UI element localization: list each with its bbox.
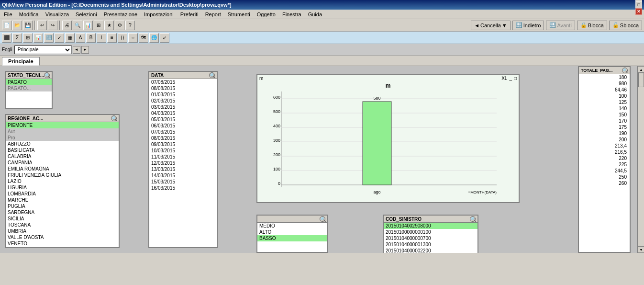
menu-modifica[interactable]: Modifica bbox=[16, 11, 42, 18]
data-item-0[interactable]: 07/08/2015 bbox=[149, 79, 217, 85]
tb2-11[interactable]: ≡ bbox=[107, 33, 117, 43]
data-item-13[interactable]: 12/03/2015 bbox=[149, 160, 217, 166]
totale-item-10[interactable]: 200 bbox=[579, 137, 630, 143]
regione-friuli[interactable]: FRIULI VENEZIA GIULIA bbox=[6, 172, 119, 178]
totale-pag-header[interactable]: TOTALE_PAG... 🔍 bbox=[579, 67, 630, 74]
data-item-10[interactable]: 09/03/2015 bbox=[149, 141, 217, 148]
regione-abruzzo[interactable]: ABRUZZO bbox=[6, 141, 119, 147]
new-button[interactable]: 📄 bbox=[2, 21, 11, 30]
cod-item-2[interactable]: 20150104000000700 bbox=[384, 235, 477, 241]
tb2-5[interactable]: 🔢 bbox=[44, 33, 54, 43]
open-button[interactable]: 📂 bbox=[12, 21, 22, 30]
stato-item-pagato[interactable]: PAGATO bbox=[6, 79, 52, 85]
rischio-alto[interactable]: ALTO bbox=[257, 229, 327, 235]
regione-marche[interactable]: MARCHE bbox=[6, 197, 119, 203]
data-item-17[interactable]: 16/03/2015 bbox=[149, 185, 217, 191]
search-button[interactable]: 🔍 bbox=[73, 21, 82, 30]
menu-strumenti[interactable]: Strumenti bbox=[225, 11, 253, 18]
maximize-button[interactable]: □ bbox=[635, 1, 642, 8]
menu-report[interactable]: Report bbox=[202, 11, 224, 18]
data-item-1[interactable]: 08/08/2015 bbox=[149, 85, 217, 91]
data-item-8[interactable]: 07/03/2015 bbox=[149, 129, 217, 135]
regione-pro[interactable]: Pro bbox=[6, 135, 119, 141]
print-button[interactable]: 🖨 bbox=[62, 21, 72, 30]
rischio-basso[interactable]: BASSO bbox=[257, 235, 327, 241]
chart-maximize-btn[interactable]: □ bbox=[514, 76, 517, 81]
menu-presentazione[interactable]: Presentazione bbox=[101, 11, 140, 18]
sheet-next[interactable]: ► bbox=[81, 46, 89, 54]
menu-impostazioni[interactable]: Impostazioni bbox=[141, 11, 177, 18]
data-item-9[interactable]: 08/03/2015 bbox=[149, 135, 217, 141]
redo-button[interactable]: ↪ bbox=[48, 21, 57, 30]
stato-tecni-header[interactable]: STATO_TECNI... 🔍 bbox=[6, 72, 52, 79]
cancella-button[interactable]: ◄ Cancella ▼ bbox=[471, 21, 511, 30]
tb2-2[interactable]: Σ bbox=[12, 33, 22, 43]
sblocca-button[interactable]: 🔓 Sblocca bbox=[609, 21, 642, 30]
sheet-dropdown[interactable]: Principale bbox=[14, 46, 72, 54]
data-item-15[interactable]: 14/03/2015 bbox=[149, 172, 217, 179]
totale-item-14[interactable]: 225 bbox=[579, 161, 630, 168]
data-item-12[interactable]: 11/03/2015 bbox=[149, 154, 217, 160]
regione-toscana[interactable]: TOSCANA bbox=[6, 222, 119, 228]
menu-selezioni[interactable]: Selezioni bbox=[73, 11, 100, 18]
tb2-7[interactable]: ▦ bbox=[65, 33, 75, 43]
tb2-1[interactable]: ⬛ bbox=[2, 33, 11, 43]
totale-item-8[interactable]: 175 bbox=[579, 124, 630, 130]
table-button[interactable]: ⊞ bbox=[94, 21, 103, 30]
star-button[interactable]: ★ bbox=[104, 21, 114, 30]
tb2-zoom[interactable]: 🗺 bbox=[139, 33, 148, 43]
regione-campania[interactable]: CAMPANIA bbox=[6, 160, 119, 166]
cod-sinistro-header[interactable]: COD_SINISTRO 🔍 bbox=[384, 216, 477, 223]
rischio-header[interactable]: 🔍 bbox=[257, 216, 327, 223]
data-header[interactable]: DATA 🔍 bbox=[149, 72, 217, 79]
stato-item-pagato2[interactable]: PAGATO... bbox=[6, 85, 52, 91]
regione-sardegna[interactable]: SARDEGNA bbox=[6, 209, 119, 216]
scrollbar-thumb[interactable] bbox=[638, 73, 644, 87]
menu-preferiti[interactable]: Preferiti bbox=[178, 11, 201, 18]
regione-basilicata[interactable]: BASILICATA bbox=[6, 147, 119, 153]
regione-lazio[interactable]: LAZIO bbox=[6, 178, 119, 184]
totale-item-9[interactable]: 190 bbox=[579, 130, 630, 137]
totale-item-1[interactable]: 980 bbox=[579, 80, 630, 87]
data-search-icon[interactable]: 🔍 bbox=[209, 72, 215, 78]
regione-umbria[interactable]: UMBRIA bbox=[6, 228, 119, 234]
cod-item-1[interactable]: 20150100000000100 bbox=[384, 229, 477, 235]
rischio-medio[interactable]: MEDIO bbox=[257, 223, 327, 229]
menu-visualizza[interactable]: Visualizza bbox=[43, 11, 72, 18]
cod-item-3[interactable]: 20150104000001300 bbox=[384, 241, 477, 248]
menu-file[interactable]: File bbox=[1, 11, 15, 18]
chart-minimize-btn[interactable]: _ bbox=[509, 76, 512, 81]
settings-button[interactable]: ⚙ bbox=[115, 21, 124, 30]
totale-item-5[interactable]: 140 bbox=[579, 105, 630, 112]
totale-item-4[interactable]: 125 bbox=[579, 99, 630, 105]
regione-piemonte[interactable]: PIEMONTE bbox=[6, 122, 119, 128]
data-item-7[interactable]: 06/03/2015 bbox=[149, 123, 217, 129]
data-item-16[interactable]: 15/03/2015 bbox=[149, 179, 217, 185]
undo-button[interactable]: ↩ bbox=[37, 21, 47, 30]
data-item-2[interactable]: 01/03/2015 bbox=[149, 91, 217, 98]
chart-xl-btn[interactable]: XL bbox=[501, 76, 507, 81]
totale-item-6[interactable]: 150 bbox=[579, 112, 630, 118]
regione-valle[interactable]: VALLE D'AOSTA bbox=[6, 234, 119, 240]
outer-scrollbar[interactable]: ▲ ▼ bbox=[637, 66, 644, 253]
totale-item-17[interactable]: 260 bbox=[579, 180, 630, 186]
totale-item-12[interactable]: 216,5 bbox=[579, 149, 630, 155]
cod-item-4[interactable]: 20150104000002200 bbox=[384, 248, 477, 253]
cod-sinistro-search-icon[interactable]: 🔍 bbox=[470, 216, 476, 222]
totale-item-0[interactable]: 180 bbox=[579, 74, 630, 80]
help-button[interactable]: ? bbox=[125, 21, 135, 30]
regione-sicilia[interactable]: SICILIA bbox=[6, 216, 119, 222]
data-item-14[interactable]: 13/03/2015 bbox=[149, 166, 217, 172]
tb2-align[interactable]: ↔ bbox=[128, 33, 138, 43]
tb2-9[interactable]: B bbox=[86, 33, 96, 43]
regione-search-icon[interactable]: 🔍 bbox=[111, 115, 117, 121]
regione-header[interactable]: REGIONE_AC... 🔍 bbox=[6, 115, 119, 122]
regione-puglia[interactable]: PUGLIA bbox=[6, 203, 119, 209]
data-item-4[interactable]: 03/03/2015 bbox=[149, 104, 217, 110]
menu-guida[interactable]: Guida bbox=[305, 11, 325, 18]
scrollbar-down-arrow[interactable]: ▼ bbox=[638, 246, 644, 253]
tb2-3[interactable]: ⊞ bbox=[23, 33, 33, 43]
stato-tecni-search-icon[interactable]: 🔍 bbox=[44, 72, 50, 78]
tb2-12[interactable]: ⟨⟩ bbox=[118, 33, 127, 43]
menu-finestra[interactable]: Finestra bbox=[279, 11, 304, 18]
